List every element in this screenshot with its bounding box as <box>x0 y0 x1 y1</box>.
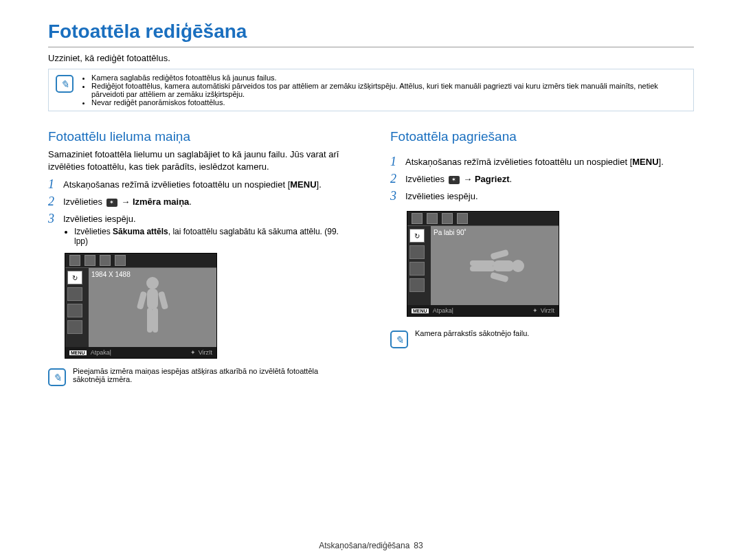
side-icon <box>67 287 82 301</box>
right-section-title: Fotoattēla pagriešana <box>390 129 694 144</box>
toolbar-icon <box>100 255 111 266</box>
page-title: Fotoattēla rediģēšana <box>48 21 694 47</box>
right-steps: Atskaņošanas režīmā izvēlieties fotoattē… <box>390 157 694 201</box>
note-icon: ✎ <box>48 368 66 386</box>
right-step-1: Atskaņošanas režīmā izvēlieties fotoattē… <box>390 157 694 167</box>
left-step-1: Atskaņošanas režīmā izvēlieties fotoattē… <box>48 179 352 190</box>
rotation-label: Pa labi 90˚ <box>434 229 466 236</box>
footer: Atskaņošana/rediģēšana83 <box>0 541 742 550</box>
svg-rect-1 <box>147 289 158 309</box>
scroll-label: Virzīt <box>199 349 212 356</box>
side-icon <box>409 278 425 292</box>
toolbar-icon <box>115 255 126 266</box>
left-steps: Atskaņošanas režīmā izvēlieties fotoattē… <box>48 179 352 246</box>
side-icon <box>67 320 82 334</box>
svg-rect-9 <box>490 271 508 282</box>
toolbar-icon <box>69 255 80 266</box>
svg-rect-3 <box>158 291 168 309</box>
left-substep: Izvēlieties Sākuma attēls, lai fotoattēl… <box>74 227 352 246</box>
edit-icon: ✶ <box>106 199 117 207</box>
toolbar-icon <box>442 213 453 224</box>
back-label: Atpakaļ <box>433 307 453 314</box>
edit-icon: ✶ <box>449 176 460 184</box>
person-silhouette-icon <box>132 273 173 342</box>
intro-text: Uzziniet, kā rediģēt fotoattēlus. <box>48 53 694 63</box>
left-step-3: Izvēlieties iespēju. Izvēlieties Sākuma … <box>48 214 352 246</box>
top-note-item: Kamera saglabās rediģētos fotoattēlus kā… <box>91 74 686 82</box>
toolbar-icon <box>457 213 468 224</box>
svg-point-0 <box>146 277 159 289</box>
side-icon <box>409 262 425 276</box>
toolbar-icon <box>427 213 438 224</box>
left-body: Samaziniet fotoattēla lielumu un saglabā… <box>48 148 352 172</box>
rotate-icon: ↻ <box>67 271 82 284</box>
svg-rect-11 <box>470 266 495 271</box>
right-step-3: Izvēlieties iespēju. <box>390 191 694 201</box>
left-note-text: Pieejamās izmēra maiņas iespējas atšķira… <box>73 367 352 383</box>
right-screenshot: ↻ Pa labi 90˚ <box>407 211 559 317</box>
left-section-title: Fotoattēlu lieluma maiņa <box>48 129 352 144</box>
top-note-item: Rediģējot fotoattēlus, kamera automātisk… <box>91 82 686 98</box>
svg-rect-2 <box>137 291 147 309</box>
svg-rect-5 <box>153 308 158 333</box>
back-label: Atpakaļ <box>91 349 111 356</box>
right-step-2: Izvēlieties ✶ → Pagriezt. <box>390 174 694 184</box>
resolution-label: 1984 X 1488 <box>91 271 131 278</box>
right-column: Fotoattēla pagriešana Atskaņošanas režīm… <box>390 129 694 386</box>
svg-rect-4 <box>147 308 153 333</box>
svg-rect-7 <box>493 260 514 271</box>
left-column: Fotoattēlu lieluma maiņa Samaziniet foto… <box>48 129 352 386</box>
top-note-box: ✎ Kamera saglabās rediģētos fotoattēlus … <box>48 69 694 111</box>
svg-rect-8 <box>490 249 508 259</box>
right-note-text: Kamera pārrakstīs sākotnējo failu. <box>415 329 529 337</box>
left-step-2: Izvēlieties ✶ → Izmēra maiņa. <box>48 197 352 207</box>
side-icon <box>409 245 425 259</box>
right-note-box: ✎ Kamera pārrakstīs sākotnējo failu. <box>390 329 694 348</box>
left-screenshot: ↻ 1984 X 1488 <box>65 253 217 359</box>
top-note-list: Kamera saglabās rediģētos fotoattēlus kā… <box>80 74 686 107</box>
toolbar-icon <box>85 255 95 266</box>
svg-rect-10 <box>470 260 495 266</box>
rotate-icon: ↻ <box>409 229 425 243</box>
scroll-label: Virzīt <box>541 307 554 314</box>
person-lying-icon <box>460 242 529 290</box>
side-icon <box>67 304 82 317</box>
left-note-box: ✎ Pieejamās izmēra maiņas iespējas atšķi… <box>48 367 352 386</box>
note-icon: ✎ <box>56 75 74 93</box>
top-note-item: Nevar rediģēt panorāmiskos fotoattēlus. <box>91 98 686 107</box>
toolbar-icon <box>412 213 423 224</box>
note-icon: ✎ <box>390 331 408 348</box>
